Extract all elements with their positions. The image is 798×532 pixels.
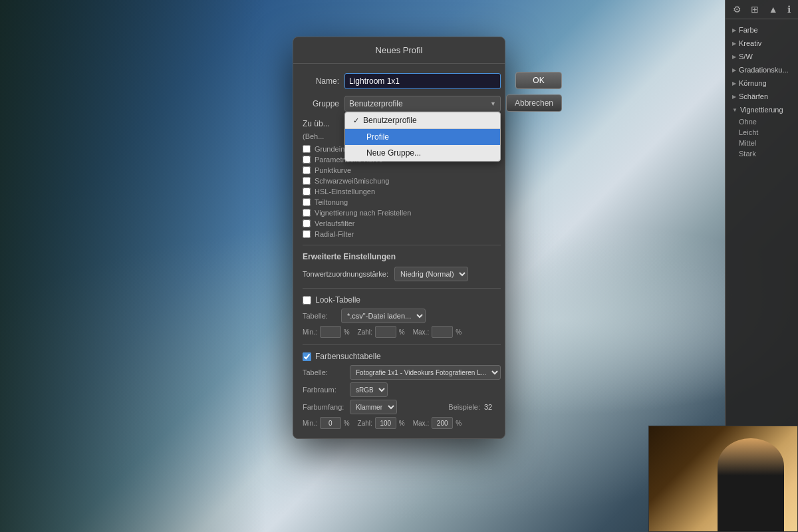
dropdown-item-label: Benutzerprofile	[363, 116, 417, 125]
look-zahl-input[interactable]	[375, 326, 396, 338]
checkbox-radial-label: Radial-Filter	[315, 230, 354, 238]
dropdown-item-label: Neue Gruppe...	[366, 148, 421, 158]
checkbox-vignettierung: Vignettierung nach Freistellen	[303, 209, 501, 217]
farben-min-input[interactable]	[320, 417, 341, 429]
advanced-title: Erweiterte Einstellungen	[303, 252, 501, 261]
checkbox-hsl-input[interactable]	[303, 188, 311, 196]
farbraum-select[interactable]: sRGB	[350, 382, 388, 397]
checkbox-radial: Radial-Filter	[303, 230, 501, 238]
checkbox-schwarzweiss: Schwarzweißmischung	[303, 177, 501, 185]
look-max-label: Max.:	[413, 329, 429, 336]
farben-checkbox[interactable]	[303, 352, 311, 361]
dropdown-item-profile[interactable]: Profile	[345, 129, 500, 145]
look-table-row: Tabelle: *.csv"-Datei laden...	[303, 309, 501, 323]
checkbox-punktkurve-input[interactable]	[303, 166, 311, 174]
dialog-overlay: Neues Profil Name: Gruppe Benutzerprofil…	[0, 0, 798, 532]
farben-tabelle-row: Tabelle: Fotografie 1x1 - Videokurs Foto…	[303, 365, 501, 380]
checkbox-teiltonung-label: Teiltonung	[315, 198, 348, 206]
gruppe-dropdown: Benutzerprofile Profile Neue Gruppe...	[344, 112, 501, 162]
checkbox-teiltonung: Teiltonung	[303, 198, 501, 206]
farbumfang-label: Farbumfang:	[303, 403, 346, 411]
gruppe-value: Benutzerprofile	[349, 99, 496, 108]
gruppe-row: Gruppe Benutzerprofile ▼ Benutzerprofile	[303, 96, 501, 112]
ok-button[interactable]: OK	[515, 72, 562, 89]
checkbox-vignettierung-label: Vignettierung nach Freistellen	[315, 209, 411, 217]
checkbox-verlaufsfilter-label: Verlaufsfilter	[315, 219, 355, 227]
dialog-side-buttons: OK Abbrechen	[510, 64, 570, 438]
dropdown-item-label: Profile	[366, 132, 389, 142]
gruppe-select-wrapper: Benutzerprofile ▼ Benutzerprofile Profil…	[344, 96, 501, 112]
look-header: Look-Tabelle	[303, 295, 501, 305]
dropdown-item-neue-gruppe[interactable]: Neue Gruppe...	[345, 145, 500, 161]
look-percent2: %	[399, 329, 405, 336]
name-row: Name:	[303, 73, 501, 89]
farben-max-label: Max.:	[413, 420, 429, 427]
look-checkbox[interactable]	[303, 296, 311, 305]
tone-row: Tonwertzuordnungsstärke: Niedrig (Normal…	[303, 267, 501, 281]
dialog-title: Neues Profil	[293, 37, 505, 64]
checkbox-verlaufsfilter-input[interactable]	[303, 219, 311, 227]
farben-max-input[interactable]	[432, 417, 453, 429]
farbumfang-select-wrapper: Klammer	[350, 400, 438, 414]
name-input[interactable]	[344, 73, 501, 89]
checkbox-punktkurve-label: Punktkurve	[315, 166, 351, 174]
farben-tabelle-select[interactable]: Fotografie 1x1 - Videokurs Fotografieren…	[350, 365, 501, 380]
farben-tabelle-select-wrapper: Fotografie 1x1 - Videokurs Fotografieren…	[350, 365, 501, 380]
checkbox-hsl: HSL-Einstellungen	[303, 188, 501, 196]
checkbox-parametrische-input[interactable]	[303, 156, 311, 164]
beh-label: (Beh...	[303, 132, 324, 140]
farben-header: Farbensuchtabelle	[303, 352, 501, 361]
section-sep-1	[303, 245, 501, 245]
look-min-input[interactable]	[320, 326, 341, 338]
farbumfang-select[interactable]: Klammer	[350, 400, 397, 414]
look-zahl-label: Zahl:	[358, 329, 372, 336]
farbumfang-row: Farbumfang: Klammer Beispiele: 32	[303, 400, 501, 414]
farben-section: Farbensuchtabelle Tabelle: Fotografie 1x…	[303, 352, 501, 429]
farben-min-label: Min.:	[303, 420, 317, 427]
tone-select-wrapper: Niedrig (Normal)	[394, 267, 501, 281]
look-table-select-wrapper: *.csv"-Datei laden...	[341, 309, 501, 323]
neues-profil-dialog: Neues Profil Name: Gruppe Benutzerprofil…	[293, 37, 505, 439]
look-max-input[interactable]	[432, 326, 453, 338]
look-title: Look-Tabelle	[315, 295, 360, 305]
farbraum-select-wrapper: sRGB	[350, 382, 501, 397]
farbraum-row: Farbraum: sRGB	[303, 382, 501, 397]
farben-percent3: %	[456, 420, 462, 427]
gruppe-label: Gruppe	[303, 99, 339, 108]
farben-minmax-row: Min.: % Zahl: % Max.: %	[303, 417, 501, 429]
look-minmax-row: Min.: % Zahl: % Max.: %	[303, 326, 501, 338]
farben-tabelle-label: Tabelle:	[303, 368, 346, 376]
checkbox-hsl-label: HSL-Einstellungen	[315, 188, 375, 196]
farben-zahl-input[interactable]	[375, 417, 396, 429]
look-min-label: Min.:	[303, 329, 317, 336]
look-percent3: %	[456, 329, 462, 336]
look-percent1: %	[344, 329, 350, 336]
checkbox-punktkurve: Punktkurve	[303, 166, 501, 174]
section-sep-2	[303, 288, 501, 289]
cancel-button[interactable]: Abbrechen	[506, 94, 562, 112]
gruppe-select[interactable]: Benutzerprofile ▼	[344, 96, 501, 112]
erweiterte-einstellungen: Erweiterte Einstellungen Tonwertzuordnun…	[303, 252, 501, 281]
section-sep-3	[303, 344, 501, 345]
look-table-select[interactable]: *.csv"-Datei laden...	[341, 309, 426, 323]
beispiele-value: 32	[484, 403, 501, 411]
farben-zahl-label: Zahl:	[358, 420, 372, 427]
checkbox-verlaufsfilter: Verlaufsfilter	[303, 219, 501, 227]
zu-uebertragen-label: Zu üb...	[303, 119, 330, 128]
checkbox-schwarzweiss-label: Schwarzweißmischung	[315, 177, 389, 185]
look-table-label: Tabelle:	[303, 312, 336, 320]
farben-percent1: %	[344, 420, 350, 427]
checkbox-teiltonung-input[interactable]	[303, 198, 311, 206]
checkbox-grundeinstellungen-input[interactable]	[303, 145, 311, 153]
look-tabelle-section: Look-Tabelle Tabelle: *.csv"-Datei laden…	[303, 295, 501, 338]
checkbox-vignettierung-input[interactable]	[303, 209, 311, 217]
farbraum-label: Farbraum:	[303, 386, 346, 394]
checkbox-schwarzweiss-input[interactable]	[303, 177, 311, 185]
dropdown-item-benutzerprofile[interactable]: Benutzerprofile	[345, 112, 500, 128]
beispiele-label: Beispiele:	[448, 403, 480, 411]
tone-select[interactable]: Niedrig (Normal)	[394, 267, 468, 281]
checkbox-radial-input[interactable]	[303, 230, 311, 238]
name-label: Name:	[303, 76, 339, 86]
tone-label: Tonwertzuordnungsstärke:	[303, 270, 389, 278]
farben-title: Farbensuchtabelle	[315, 352, 381, 361]
